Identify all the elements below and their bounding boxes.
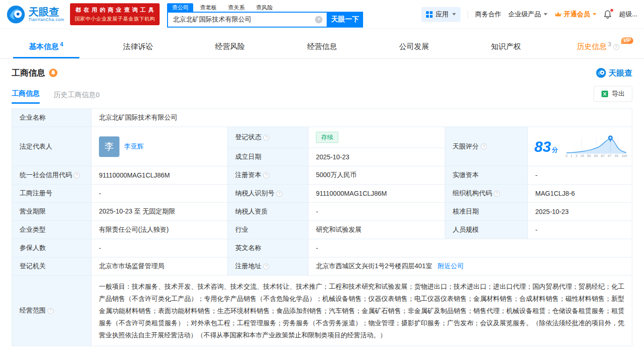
help-icon[interactable] <box>74 172 80 178</box>
help-icon[interactable] <box>613 44 619 50</box>
reg-address-text: 北京市西城区文兴街1号2号楼四层401室 <box>316 262 432 270</box>
nav-open-vip[interactable]: 开通会员 <box>554 10 596 19</box>
industry-value: 研究和试验发展 <box>308 221 445 239</box>
est-date-value: 2025-10-23 <box>308 148 445 166</box>
score-axis-ticks: 013155083879799100 <box>566 154 627 158</box>
tab-legal-litigation-label: 法律诉讼 <box>123 43 153 50</box>
subscribe-bell-icon[interactable] <box>49 69 57 77</box>
search-area: 查公司 查老板 查关系 查风险 天眼一下 <box>167 1 363 28</box>
tab-company-development-label: 公司发展 <box>399 43 429 50</box>
legal-rep-value: 李 李亚辉 <box>91 127 228 166</box>
credit-code-value: 91110000MAG1CLJ86M <box>91 166 228 185</box>
tab-operating-info[interactable]: 经营信息 <box>276 36 368 58</box>
reg-capital-label-text: 注册资本 <box>235 171 261 178</box>
search-row: 天眼一下 <box>167 12 363 28</box>
org-code-label: 组织机构代码 <box>445 185 528 203</box>
org-code-value: MAG1CLJ8-6 <box>528 185 632 203</box>
reg-no-value: - <box>91 185 228 203</box>
taxpayer-quality-label: 纳税人资质 <box>228 203 308 221</box>
legal-rep-name-link[interactable]: 李亚辉 <box>124 142 144 151</box>
search-tab-relation[interactable]: 查关系 <box>223 3 249 12</box>
nav-apps-label: 应用 <box>435 10 448 19</box>
subtab-business-info[interactable]: 工商信息 <box>12 89 40 104</box>
tab-basic-info[interactable]: 基本信息4 <box>0 36 92 58</box>
reg-status-label-text: 登记状态 <box>235 133 261 141</box>
tianyan-score-label-text: 天眼评分 <box>453 142 479 150</box>
reg-address-label: 注册地址 <box>228 257 308 276</box>
business-info-table: 企业名称 北京北矿国际技术有限公司 法定代表人 李 李亚辉 登记状态 存续 天眼… <box>12 108 632 346</box>
search-button[interactable]: 天眼一下 <box>327 12 363 28</box>
help-icon[interactable] <box>263 172 269 178</box>
subtab-history-business-info[interactable]: 历史工商信息0 <box>54 91 99 104</box>
tianyancha-watermark-icon <box>596 68 606 78</box>
table-row: 营业期限 2025-10-23 至 无固定期限 纳税人资质 - 核准日期 202… <box>12 203 632 221</box>
reg-capital-value: 5000万人民币 <box>308 166 445 185</box>
watermark-text: 天眼查 <box>609 68 632 78</box>
business-scope-label: 经营范围 <box>12 276 91 346</box>
tab-history-info[interactable]: VIP 历史信息3 <box>552 36 644 58</box>
chevron-down-icon <box>544 13 547 15</box>
taxpayer-id-label: 纳税人识别号 <box>228 185 308 203</box>
tianyancha-logo[interactable]: 天眼查 TianYanCha.com <box>7 5 64 24</box>
tab-history-info-count: 3 <box>608 41 611 48</box>
tab-company-development[interactable]: 公司发展 <box>368 36 460 58</box>
tianyan-score-value: 83分 <box>528 127 632 166</box>
search-tab-company[interactable]: 查公司 <box>167 3 193 12</box>
chevron-down-icon <box>593 13 596 15</box>
promo-line1: 都 在 用 的 商 业 查 询 工 具 <box>75 6 155 14</box>
taxpayer-quality-value: - <box>308 203 445 221</box>
credit-code-label-text: 统一社会信用代码 <box>20 171 72 178</box>
search-input[interactable] <box>167 12 327 28</box>
tianyancha-logo-icon <box>7 5 25 24</box>
score-curve-icon <box>566 135 627 154</box>
table-row: 经营范围 一般项目：技术服务、技术开发、技术咨询、技术交流、技术转让、技术推广；… <box>12 276 632 346</box>
score-chart[interactable]: 013155083879799100 <box>566 135 627 158</box>
nav-cooperation[interactable]: 商务合作 <box>475 10 501 19</box>
nav-apps[interactable]: 应用 <box>421 7 461 22</box>
table-row: 参保人数 - 英文名称 - <box>12 239 632 257</box>
english-name-value: - <box>308 239 632 257</box>
nav-user[interactable]: 超级... <box>619 10 637 19</box>
tab-intellectual-property-label: 知识产权 <box>491 43 521 50</box>
nav-divider <box>468 11 468 18</box>
brand-name: 天眼查 <box>28 7 64 17</box>
search-input-wrap <box>167 12 327 28</box>
notification-bell-icon[interactable] <box>603 10 612 19</box>
nav-enterprise-products-label: 企业级产品 <box>508 10 541 19</box>
table-row: 企业名称 北京北矿国际技术有限公司 <box>12 109 632 127</box>
section-title: 工商信息 <box>12 67 45 78</box>
top-nav: 应用 商务合作 企业级产品 开通会员 超级... <box>421 7 637 22</box>
help-icon[interactable] <box>276 191 282 197</box>
brand-domain: TianYanCha.com <box>28 17 64 22</box>
search-tab-boss[interactable]: 查老板 <box>195 3 221 12</box>
tab-intellectual-property[interactable]: 知识产权 <box>460 36 552 58</box>
search-tab-risk[interactable]: 查风险 <box>251 3 277 12</box>
reg-address-label-text: 注册地址 <box>235 262 261 270</box>
help-icon[interactable] <box>263 263 269 270</box>
legal-rep-avatar[interactable]: 李 <box>99 136 119 157</box>
table-row: 工商注册号 - 纳税人识别号 91110000MAG1CLJ86M 组织机构代码… <box>12 185 632 203</box>
help-icon[interactable] <box>481 143 487 150</box>
tab-basic-info-count: 4 <box>60 41 63 48</box>
tab-legal-litigation[interactable]: 法律诉讼 <box>92 36 184 58</box>
approved-date-label: 核准日期 <box>445 203 528 221</box>
tab-operating-info-label: 经营信息 <box>307 43 337 50</box>
nearby-companies-link[interactable]: 附近公司 <box>438 262 464 270</box>
taxpayer-id-value: 91110000MAG1CLJ86M <box>308 185 445 203</box>
help-icon[interactable] <box>494 191 500 197</box>
export-button[interactable]: 导出 <box>594 86 632 102</box>
help-icon[interactable] <box>48 308 54 314</box>
business-term-value: 2025-10-23 至 无固定期限 <box>91 203 228 221</box>
org-code-label-text: 组织机构代码 <box>453 189 492 197</box>
clear-icon[interactable] <box>315 16 322 23</box>
notification-dot <box>610 9 613 12</box>
status-badge: 存续 <box>316 132 338 143</box>
promo-banner: 都 在 用 的 商 业 查 询 工 具 国家中小企业发展子基金旗下机构 <box>70 3 160 25</box>
tab-operating-risk[interactable]: 经营风险 <box>184 36 276 58</box>
score-unit: 分 <box>552 146 558 153</box>
nav-enterprise-products[interactable]: 企业级产品 <box>508 10 547 19</box>
export-button-label: 导出 <box>612 90 625 98</box>
orange-bell-icon <box>49 69 57 77</box>
subtab-bar: 工商信息 历史工商信息0 导出 <box>12 85 632 104</box>
help-icon[interactable] <box>263 135 269 141</box>
